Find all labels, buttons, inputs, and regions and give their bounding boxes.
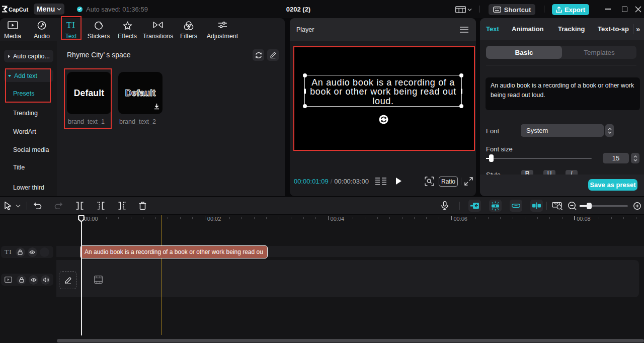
svg-text:CapCut: CapCut (9, 7, 28, 13)
